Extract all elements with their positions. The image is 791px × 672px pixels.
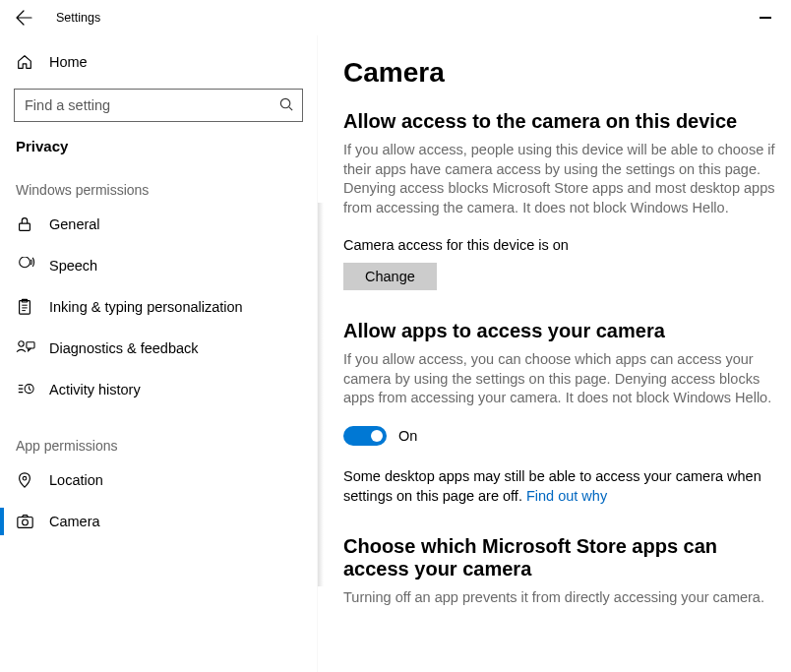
sidebar-item-label: Diagnostics & feedback <box>49 340 199 356</box>
toggle-state-label: On <box>398 428 417 444</box>
arrow-left-icon <box>15 9 32 27</box>
camera-icon <box>16 513 39 530</box>
sidebar-item-label: Speech <box>49 258 97 274</box>
location-icon <box>16 471 39 489</box>
speech-icon <box>16 257 39 275</box>
section-heading: Choose which Microsoft Store apps can ac… <box>343 535 783 580</box>
sidebar-item-activity-history[interactable]: Activity history <box>14 369 303 410</box>
find-out-why-link[interactable]: Find out why <box>526 488 607 504</box>
content-pane: Camera Allow access to the camera on thi… <box>317 35 791 672</box>
sidebar-item-label: Activity history <box>49 382 141 397</box>
section-heading: Allow apps to access your camera <box>343 320 783 342</box>
sidebar-item-label: General <box>49 216 100 232</box>
section-device-access: Allow access to the camera on this devic… <box>343 110 783 290</box>
sidebar-group-windows-permissions: Windows permissions <box>14 182 303 198</box>
sidebar-item-home[interactable]: Home <box>14 43 303 81</box>
sidebar-item-label: Camera <box>49 514 100 529</box>
sidebar: Home Privacy Windows permissions General… <box>0 35 317 672</box>
section-app-access: Allow apps to access your camera If you … <box>343 320 783 506</box>
sidebar-item-speech[interactable]: Speech <box>14 245 303 286</box>
window-title: Settings <box>56 11 100 25</box>
home-icon <box>16 53 39 71</box>
svg-point-4 <box>19 341 24 346</box>
desktop-apps-note: Some desktop apps may still be able to a… <box>343 467 783 506</box>
device-access-status: Camera access for this device is on <box>343 237 783 253</box>
svg-rect-8 <box>18 518 32 528</box>
svg-rect-1 <box>20 223 30 230</box>
search-icon <box>278 96 295 113</box>
clipboard-icon <box>16 298 39 316</box>
svg-point-7 <box>23 476 27 480</box>
feedback-icon <box>16 339 39 357</box>
sidebar-item-inking[interactable]: Inking & typing personalization <box>14 286 303 328</box>
svg-rect-5 <box>27 342 34 348</box>
history-icon <box>16 381 39 398</box>
sidebar-item-label: Inking & typing personalization <box>49 299 243 315</box>
app-access-toggle[interactable] <box>343 426 387 446</box>
section-heading: Allow access to the camera on this devic… <box>343 110 783 133</box>
svg-point-9 <box>23 519 29 525</box>
search-input[interactable] <box>14 89 303 122</box>
sidebar-item-camera[interactable]: Camera <box>14 501 303 542</box>
sidebar-group-app-permissions: App permissions <box>14 438 303 454</box>
lock-icon <box>16 215 39 233</box>
page-title: Camera <box>343 57 783 89</box>
sidebar-item-general[interactable]: General <box>14 204 303 245</box>
sidebar-item-label: Home <box>49 54 88 70</box>
section-description: If you allow access, people using this d… <box>343 141 783 217</box>
svg-point-0 <box>280 98 289 107</box>
sidebar-item-diagnostics[interactable]: Diagnostics & feedback <box>14 328 303 369</box>
sidebar-item-label: Location <box>49 472 103 488</box>
section-description: Turning off an app prevents it from dire… <box>343 588 783 608</box>
section-description: If you allow access, you can choose whic… <box>343 350 783 408</box>
sidebar-item-location[interactable]: Location <box>14 459 303 501</box>
change-button[interactable]: Change <box>343 263 437 290</box>
sidebar-category: Privacy <box>14 138 303 154</box>
back-button[interactable] <box>15 9 32 27</box>
minimize-button[interactable] <box>760 17 771 19</box>
section-store-apps: Choose which Microsoft Store apps can ac… <box>343 535 783 608</box>
